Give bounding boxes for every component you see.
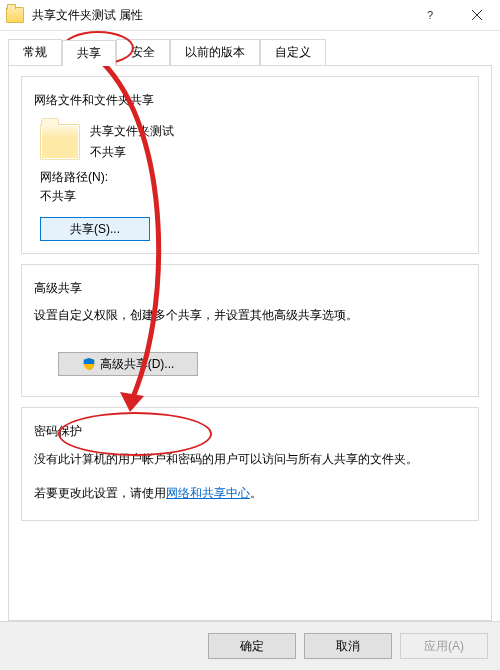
network-path-label: 网络路径(N): (40, 169, 466, 186)
tab-previous-versions[interactable]: 以前的版本 (170, 39, 260, 66)
group-title-password: 密码保护 (30, 423, 86, 440)
share-button-label: 共享(S)... (70, 221, 120, 238)
group-network-sharing: 网络文件和文件夹共享 共享文件夹测试 不共享 网络路径(N): 不共享 共享(S… (21, 76, 479, 254)
network-sharing-center-link[interactable]: 网络和共享中心 (166, 486, 250, 500)
group-password-protect: 密码保护 没有此计算机的用户帐户和密码的用户可以访问与所有人共享的文件夹。 若要… (21, 407, 479, 521)
folder-large-icon (40, 124, 80, 160)
tab-security[interactable]: 安全 (116, 39, 170, 66)
folder-icon (6, 7, 24, 23)
window-title: 共享文件夹测试 属性 (32, 7, 408, 24)
folder-info-row: 共享文件夹测试 不共享 (40, 123, 466, 161)
shield-icon (82, 357, 96, 371)
dialog-button-bar: 确定 取消 应用(A) (0, 621, 500, 670)
apply-button[interactable]: 应用(A) (400, 633, 488, 659)
title-bar: 共享文件夹测试 属性 ? (0, 0, 500, 31)
tab-strip: 常规 共享 安全 以前的版本 自定义 (0, 31, 500, 65)
tab-general[interactable]: 常规 (8, 39, 62, 66)
close-icon (472, 10, 482, 20)
advanced-description: 设置自定义权限，创建多个共享，并设置其他高级共享选项。 (34, 307, 466, 324)
tab-custom[interactable]: 自定义 (260, 39, 326, 66)
ok-button[interactable]: 确定 (208, 633, 296, 659)
password-description: 没有此计算机的用户帐户和密码的用户可以访问与所有人共享的文件夹。 (34, 450, 466, 469)
apply-button-label: 应用(A) (424, 638, 464, 655)
folder-name: 共享文件夹测试 (90, 123, 174, 140)
password-change-prefix: 若要更改此设置，请使用 (34, 486, 166, 500)
help-button[interactable]: ? (408, 0, 454, 30)
help-icon: ? (426, 10, 436, 20)
ok-button-label: 确定 (240, 638, 264, 655)
group-title-advanced: 高级共享 (30, 280, 86, 297)
group-advanced-sharing: 高级共享 设置自定义权限，创建多个共享，并设置其他高级共享选项。 高级共享(D)… (21, 264, 479, 397)
password-change-suffix: 。 (250, 486, 262, 500)
close-button[interactable] (454, 0, 500, 30)
password-change-line: 若要更改此设置，请使用网络和共享中心。 (34, 485, 466, 502)
share-button[interactable]: 共享(S)... (40, 217, 150, 241)
advanced-share-button[interactable]: 高级共享(D)... (58, 352, 198, 376)
network-path-value: 不共享 (40, 188, 466, 205)
share-status: 不共享 (90, 144, 174, 161)
advanced-share-button-label: 高级共享(D)... (100, 356, 175, 373)
tab-sharing[interactable]: 共享 (62, 40, 116, 66)
tab-content-sharing: 网络文件和文件夹共享 共享文件夹测试 不共享 网络路径(N): 不共享 共享(S… (8, 65, 492, 621)
cancel-button-label: 取消 (336, 638, 360, 655)
svg-text:?: ? (427, 10, 433, 20)
cancel-button[interactable]: 取消 (304, 633, 392, 659)
group-title-network: 网络文件和文件夹共享 (30, 92, 158, 109)
